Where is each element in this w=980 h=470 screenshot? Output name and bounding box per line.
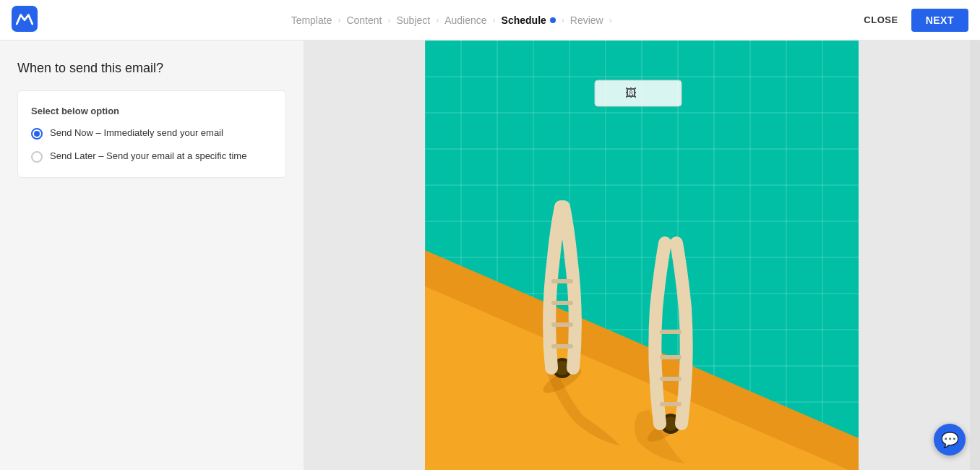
- logo: [12, 6, 52, 35]
- radio-send-now[interactable]: Send Now – Immediately send your email: [31, 127, 272, 140]
- preview-area: 🖼: [304, 40, 980, 470]
- main-layout: When to send this email? Select below op…: [0, 40, 980, 470]
- chevron-icon-6: ›: [609, 15, 612, 25]
- next-button[interactable]: NEXT: [911, 9, 968, 32]
- header-actions: CLOSE NEXT: [856, 9, 968, 32]
- step-review[interactable]: Review: [570, 14, 603, 26]
- active-dot: [550, 17, 556, 23]
- svg-rect-41: [660, 402, 682, 406]
- scrollbar[interactable]: [970, 40, 980, 470]
- radio-send-later[interactable]: Send Later – Send your email at a specif…: [31, 150, 272, 163]
- panel-title: When to send this email?: [17, 61, 286, 76]
- svg-rect-42: [595, 80, 682, 106]
- nav-steps: Template › Content › Subject › Audience …: [52, 14, 856, 26]
- radio-btn-send-now: [31, 128, 43, 140]
- chevron-icon-2: ›: [387, 15, 390, 25]
- radio-label-send-now: Send Now – Immediately send your email: [50, 127, 223, 140]
- select-label: Select below option: [31, 106, 272, 116]
- radio-label-send-later: Send Later – Send your email at a specif…: [50, 150, 246, 163]
- svg-rect-32: [551, 279, 573, 283]
- svg-text:🖼: 🖼: [625, 87, 637, 99]
- options-card: Select below option Send Now – Immediate…: [17, 90, 286, 178]
- step-content[interactable]: Content: [346, 14, 382, 26]
- chevron-icon-5: ›: [562, 15, 564, 25]
- pool-illustration: 🖼: [425, 40, 859, 470]
- header: Template › Content › Subject › Audience …: [0, 0, 980, 40]
- chat-icon: 💬: [941, 431, 959, 448]
- chevron-icon-1: ›: [338, 15, 340, 25]
- left-panel: When to send this email? Select below op…: [0, 40, 304, 470]
- chat-widget[interactable]: 💬: [934, 424, 966, 456]
- svg-rect-38: [660, 330, 682, 334]
- step-audience[interactable]: Audience: [444, 14, 486, 26]
- step-template[interactable]: Template: [291, 14, 332, 26]
- radio-btn-send-later: [31, 151, 43, 163]
- preview-inner: 🖼: [304, 40, 980, 470]
- svg-rect-34: [551, 322, 573, 327]
- svg-rect-35: [551, 344, 573, 349]
- step-subject[interactable]: Subject: [396, 14, 430, 26]
- chevron-icon-4: ›: [493, 15, 496, 25]
- chevron-icon-3: ›: [436, 15, 439, 25]
- svg-rect-39: [660, 355, 682, 359]
- step-schedule[interactable]: Schedule: [502, 14, 556, 26]
- svg-rect-33: [551, 301, 573, 305]
- close-button[interactable]: CLOSE: [856, 10, 905, 30]
- svg-rect-40: [660, 377, 682, 381]
